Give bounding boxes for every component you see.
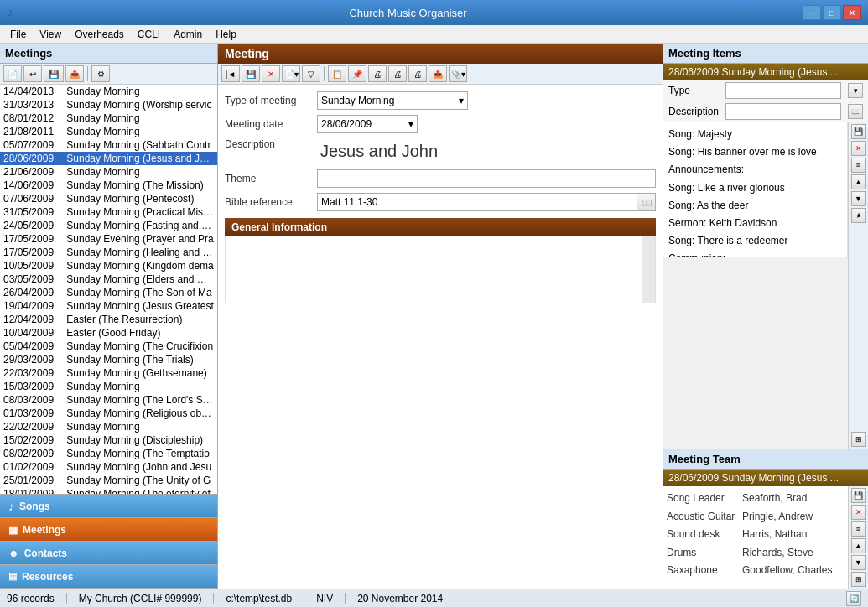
save-meeting-button[interactable]: 💾: [242, 65, 260, 82]
filter-button[interactable]: ▽: [302, 65, 320, 82]
date-input[interactable]: 28/06/2009 ▾: [317, 115, 418, 133]
settings-button[interactable]: ⚙: [91, 65, 110, 82]
meeting-item[interactable]: Song: As the deer: [667, 197, 844, 215]
new-dropdown-button[interactable]: 📄▾: [282, 65, 300, 82]
menu-help[interactable]: Help: [209, 27, 243, 42]
meeting-list-item[interactable]: 01/03/2009 Sunday Morning (Religious obs…: [0, 407, 217, 420]
new-meeting-button[interactable]: 📄: [3, 65, 22, 82]
team-member-row: DrumsRichards, Steve: [667, 544, 845, 563]
meeting-name: Sunday Morning (Elders and Dea: [64, 273, 214, 285]
restore-button[interactable]: □: [823, 5, 841, 20]
meeting-item[interactable]: Song: There is a redeemer: [667, 232, 844, 250]
team-up-button[interactable]: ▲: [851, 538, 866, 553]
meeting-list-item[interactable]: 21/06/2009 Sunday Morning: [0, 165, 217, 179]
meeting-list-item[interactable]: 31/05/2009 Sunday Morning (Practical Mis…: [0, 205, 217, 219]
nav-meetings[interactable]: ▦ Meetings: [0, 518, 217, 542]
meeting-list-item[interactable]: 15/02/2009 Sunday Morning (Discipleship): [0, 433, 217, 447]
menu-overheads[interactable]: Overheads: [68, 27, 131, 42]
print3-button[interactable]: 🖨: [408, 65, 427, 82]
export-button[interactable]: 📤: [65, 65, 84, 82]
items-description-browse-button[interactable]: 📖: [848, 104, 863, 119]
meeting-list-item[interactable]: 17/05/2009 Sunday Evening (Prayer and Pr…: [0, 232, 217, 246]
meeting-list-item[interactable]: 18/01/2009 Sunday Morning (The eternity …: [0, 487, 217, 494]
meetings-list[interactable]: 14/04/2013 Sunday Morning31/03/2013 Sund…: [0, 85, 217, 494]
refresh-button[interactable]: 🔄: [846, 591, 861, 606]
meeting-list-item[interactable]: 07/06/2009 Sunday Morning (Pentecost): [0, 192, 217, 205]
meeting-header: Meeting: [218, 44, 663, 64]
meeting-list-item[interactable]: 12/04/2009 Easter (The Resurrection): [0, 313, 217, 326]
meeting-item[interactable]: Song: Like a river glorious: [667, 179, 844, 197]
menu-admin[interactable]: Admin: [167, 27, 209, 42]
meeting-item[interactable]: Sermon: Keith Davidson: [667, 215, 844, 232]
items-delete-button[interactable]: ✕: [851, 141, 866, 156]
meeting-list-item[interactable]: 29/03/2009 Sunday Morning (The Trials): [0, 353, 217, 366]
meeting-list-item[interactable]: 22/02/2009 Sunday Morning: [0, 420, 217, 433]
close-button[interactable]: ✕: [843, 5, 861, 20]
items-type-dropdown-button[interactable]: ▾: [848, 83, 863, 98]
print-button[interactable]: 🖨: [368, 65, 387, 82]
meeting-list-item[interactable]: 14/06/2009 Sunday Morning (The Mission): [0, 179, 217, 192]
meeting-list-item[interactable]: 26/04/2009 Sunday Morning (The Son of Ma: [0, 286, 217, 299]
team-role: Drums: [667, 544, 742, 563]
team-extra-button[interactable]: ⊞: [851, 572, 866, 587]
export2-button[interactable]: 📤: [429, 65, 447, 82]
meeting-list-item[interactable]: 10/04/2009 Easter (Good Friday): [0, 326, 217, 340]
meeting-list-item[interactable]: 21/08/2011 Sunday Morning: [0, 125, 217, 138]
menu-file[interactable]: File: [3, 27, 33, 42]
team-lines-button[interactable]: ≡: [851, 521, 866, 537]
menu-ccli[interactable]: CCLI: [131, 27, 167, 42]
copy-button[interactable]: 📋: [328, 65, 346, 82]
nav-first-button[interactable]: |◄: [221, 65, 240, 82]
meeting-list-item[interactable]: 28/06/2009 Sunday Morning (Jesus and Joh…: [0, 152, 217, 165]
items-extra-button[interactable]: ⊞: [851, 432, 866, 447]
items-save-button[interactable]: 💾: [851, 124, 866, 139]
team-down-button[interactable]: ▼: [851, 555, 866, 570]
minimize-button[interactable]: ─: [803, 5, 821, 20]
meeting-list-item[interactable]: 31/03/2013 Sunday Morning (Worship servi…: [0, 98, 217, 112]
theme-input[interactable]: [317, 169, 656, 188]
delete-meeting-button[interactable]: ✕: [262, 65, 280, 82]
meeting-list-item[interactable]: 10/05/2009 Sunday Morning (Kingdom dema: [0, 259, 217, 272]
meeting-item[interactable]: Communion:: [667, 250, 844, 257]
db-path: c:\temp\test.db: [226, 593, 292, 604]
meeting-list-item[interactable]: 03/05/2009 Sunday Morning (Elders and De…: [0, 272, 217, 286]
bible-ref-search-button[interactable]: 📖: [637, 193, 656, 211]
meeting-list-item[interactable]: 01/02/2009 Sunday Morning (John and Jesu: [0, 460, 217, 474]
meeting-list-item[interactable]: 08/01/2012 Sunday Morning: [0, 112, 217, 125]
bible-ref-container: 📖: [317, 193, 656, 211]
bible-ref-input[interactable]: [317, 193, 637, 211]
meeting-list-item[interactable]: 05/04/2009 Sunday Morning (The Crucifixi…: [0, 340, 217, 353]
print2-button[interactable]: 🖨: [388, 65, 407, 82]
meeting-list-item[interactable]: 22/03/2009 Sunday Morning (Gethsemane): [0, 366, 217, 380]
undo-button[interactable]: ↩: [23, 65, 42, 82]
items-up-button[interactable]: ▲: [851, 174, 866, 189]
nav-contacts[interactable]: ☻ Contacts: [0, 542, 217, 565]
items-down-button[interactable]: ▼: [851, 191, 866, 206]
meeting-items-list[interactable]: Song: MajestySong: His banner over me is…: [663, 122, 848, 257]
meeting-list-item[interactable]: 05/07/2009 Sunday Morning (Sabbath Contr: [0, 138, 217, 152]
team-delete-button[interactable]: ✕: [851, 505, 866, 520]
meeting-item[interactable]: Song: Majesty: [667, 126, 844, 143]
meeting-list-item[interactable]: 08/02/2009 Sunday Morning (The Temptatio: [0, 447, 217, 460]
menu-view[interactable]: View: [33, 27, 68, 42]
nav-songs[interactable]: ♪ Songs: [0, 495, 217, 518]
type-select[interactable]: Sunday Morning ▾: [317, 91, 468, 110]
meeting-list-item[interactable]: 19/04/2009 Sunday Morning (Jesus Greates…: [0, 299, 217, 313]
meeting-name: Sunday Morning (Practical Missio: [64, 206, 214, 218]
team-save-button[interactable]: 💾: [851, 488, 866, 503]
meeting-list-item[interactable]: 08/03/2009 Sunday Morning (The Lord's Su…: [0, 393, 217, 407]
meeting-list-item[interactable]: 17/05/2009 Sunday Morning (Healing and F…: [0, 246, 217, 259]
items-lines-button[interactable]: ≡: [851, 158, 866, 173]
meeting-list-item[interactable]: 14/04/2013 Sunday Morning: [0, 85, 217, 98]
items-star-button[interactable]: ★: [851, 208, 866, 223]
meeting-list-item[interactable]: 25/01/2009 Sunday Morning (The Unity of …: [0, 474, 217, 487]
nav-resources[interactable]: ▤ Resources: [0, 565, 217, 589]
meeting-name: Sunday Morning (The Trials): [64, 354, 194, 366]
paste-button[interactable]: 📌: [348, 65, 366, 82]
save-button[interactable]: 💾: [44, 65, 64, 82]
attach-button[interactable]: 📎▾: [449, 65, 467, 82]
meeting-item[interactable]: Song: His banner over me is love: [667, 143, 844, 161]
meeting-item[interactable]: Announcements:: [667, 161, 844, 179]
meeting-list-item[interactable]: 24/05/2009 Sunday Morning (Fasting and H…: [0, 219, 217, 232]
meeting-list-item[interactable]: 15/03/2009 Sunday Morning: [0, 380, 217, 393]
